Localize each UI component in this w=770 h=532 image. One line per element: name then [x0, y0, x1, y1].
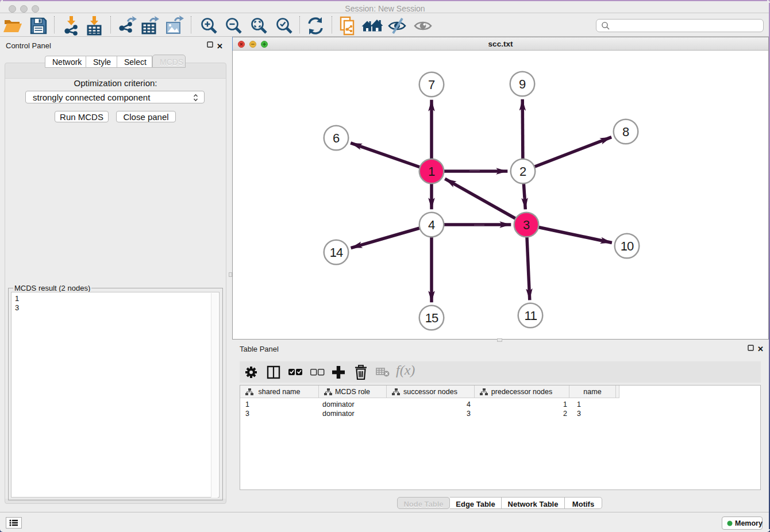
svg-text:7: 7 [428, 78, 435, 92]
svg-text:4: 4 [428, 218, 435, 232]
svg-text:15: 15 [425, 311, 438, 325]
svg-text:6: 6 [333, 131, 340, 145]
svg-text:10: 10 [621, 239, 634, 253]
svg-text:9: 9 [519, 77, 526, 91]
svg-text:1: 1 [428, 164, 435, 179]
svg-text:14: 14 [330, 245, 343, 260]
svg-text:8: 8 [622, 125, 629, 139]
svg-text:3: 3 [523, 218, 530, 232]
svg-text:2: 2 [519, 164, 526, 179]
svg-text:11: 11 [525, 309, 537, 323]
